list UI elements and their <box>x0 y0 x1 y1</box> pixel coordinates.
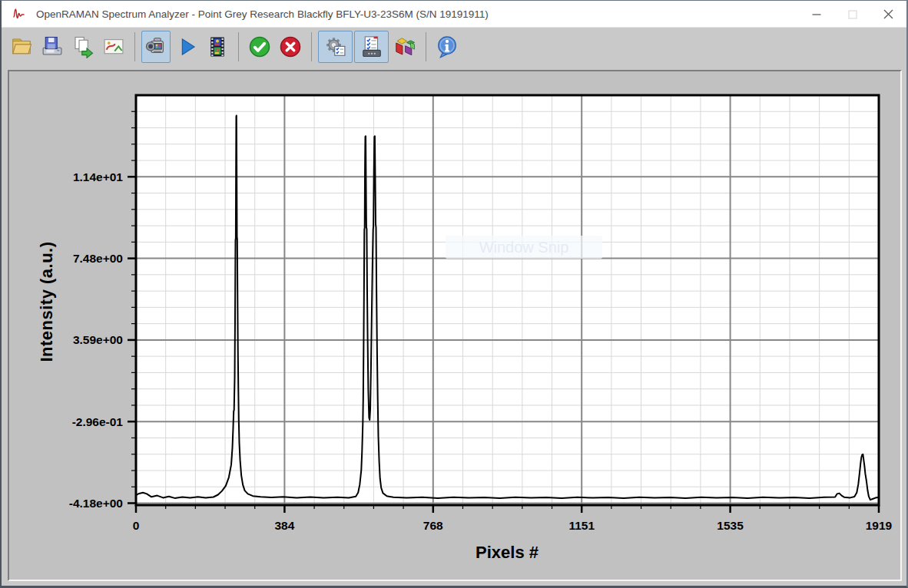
toolbar <box>2 28 906 66</box>
export-button[interactable] <box>68 31 98 63</box>
maximize-button[interactable] <box>834 1 870 28</box>
window-title: OpenRAMAN Spectrum Analyzer - Point Grey… <box>36 8 489 20</box>
checklist-console-icon <box>360 35 383 58</box>
camera-icon <box>144 35 167 58</box>
window-controls <box>798 1 906 28</box>
about-button[interactable] <box>432 31 462 63</box>
plot-background <box>136 95 879 505</box>
blocks-icon <box>393 35 416 58</box>
chart-panel: 03847681151153519191.14e+017.48e+003.59e… <box>8 70 902 581</box>
x-tick-label: 1535 <box>717 519 744 532</box>
spectrum-chart[interactable]: 03847681151153519191.14e+017.48e+003.59e… <box>9 71 902 580</box>
play-icon <box>175 35 198 58</box>
plot-area <box>136 95 879 505</box>
filmstrip-icon <box>206 35 229 58</box>
app-icon <box>12 7 29 21</box>
open-button[interactable] <box>7 31 36 63</box>
x-tick-label: 384 <box>274 519 294 532</box>
minimize-button[interactable] <box>798 1 834 28</box>
video-button[interactable] <box>203 31 232 63</box>
save-button[interactable] <box>38 31 67 63</box>
snapshot-button[interactable] <box>99 31 128 63</box>
y-tick-label: -4.18e+00 <box>69 497 123 510</box>
acquisition-button[interactable] <box>354 31 389 63</box>
x-tick-label: 768 <box>423 519 443 532</box>
minimize-icon <box>812 10 821 19</box>
close-icon <box>883 9 893 19</box>
workspace: 03847681151153519191.14e+017.48e+003.59e… <box>2 67 906 586</box>
app-window: OpenRAMAN Spectrum Analyzer - Point Grey… <box>0 0 908 588</box>
y-tick-label: 1.14e+01 <box>73 170 123 183</box>
folder-open-icon <box>10 35 33 58</box>
x-tick-label: 1919 <box>866 519 893 532</box>
cancel-button[interactable] <box>276 31 305 63</box>
palette-button[interactable] <box>390 31 419 63</box>
toolbar-separator <box>238 32 239 61</box>
toolbar-separator <box>311 32 312 61</box>
gear-checklist-icon <box>324 35 347 58</box>
toolbar-separator <box>426 32 426 61</box>
x-tick-label: 0 <box>133 519 140 532</box>
title-bar[interactable]: OpenRAMAN Spectrum Analyzer - Point Grey… <box>2 1 906 28</box>
camera-button[interactable] <box>141 31 171 63</box>
y-axis-title: Intensity (a.u.) <box>37 187 63 417</box>
info-icon <box>436 35 459 58</box>
export-copy-icon <box>71 35 94 58</box>
cancel-circle-icon <box>279 35 302 58</box>
toolbar-separator <box>134 32 135 61</box>
maximize-icon <box>848 10 857 19</box>
save-print-icon <box>41 35 64 58</box>
image-icon <box>102 35 125 58</box>
close-button[interactable] <box>870 1 906 28</box>
x-tick-label: 1151 <box>568 519 595 532</box>
y-tick-label: -2.96e-01 <box>72 415 124 428</box>
check-circle-icon <box>248 35 271 58</box>
play-button[interactable] <box>172 31 201 63</box>
x-axis-title: Pixels # <box>353 543 661 563</box>
y-tick-label: 7.48e+00 <box>73 252 123 265</box>
settings-button[interactable] <box>318 31 353 63</box>
accept-button[interactable] <box>245 31 274 63</box>
y-tick-label: 3.59e+00 <box>73 333 123 346</box>
